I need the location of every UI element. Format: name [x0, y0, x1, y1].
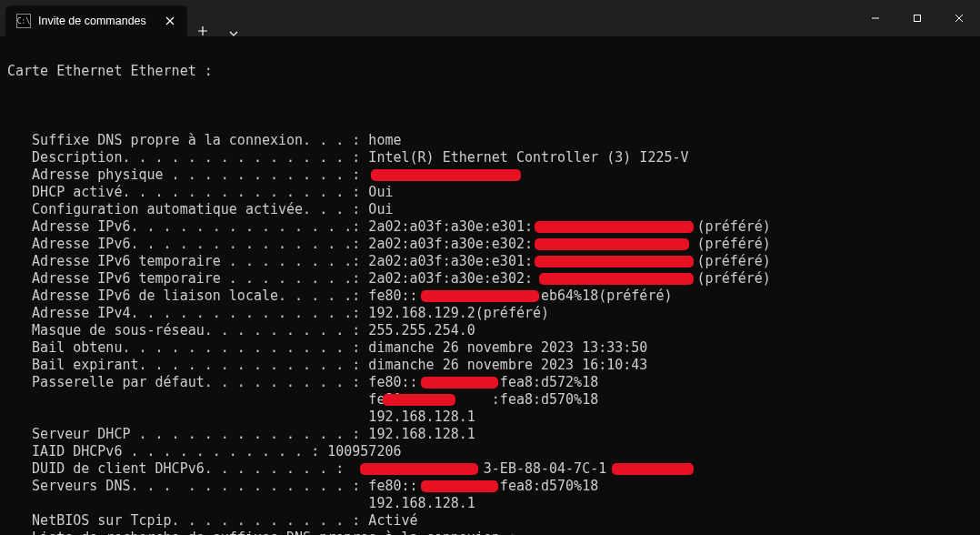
output-line: Serveur DHCP . . . . . . . . . . . . . :… — [7, 426, 973, 443]
redaction-mark — [612, 463, 694, 475]
window-controls — [855, 0, 980, 36]
redaction-mark — [539, 273, 694, 285]
titlebar-drag-region[interactable] — [249, 0, 855, 36]
output-line: Passerelle par défaut. . . . . . . . . :… — [7, 374, 973, 391]
output-blank — [7, 97, 973, 115]
close-window-button[interactable] — [938, 0, 980, 36]
output-line: DHCP activé. . . . . . . . . . . . . . :… — [7, 184, 973, 201]
output-line: Liste de recherche de suffixes DNS propr… — [7, 530, 973, 535]
redaction-mark — [421, 377, 498, 389]
close-tab-button[interactable] — [162, 13, 178, 29]
svg-rect-0 — [915, 15, 921, 22]
tab-active[interactable]: C:\ Invite de commandes — [5, 5, 187, 36]
output-line: Configuration automatique activée. . . :… — [7, 201, 973, 218]
output-line: Serveurs DNS. . . . . . . . . . . . . : … — [7, 478, 973, 495]
output-line: Adresse IPv6 de liaison locale. . . . .:… — [7, 288, 973, 305]
redaction-mark — [371, 169, 521, 181]
output-line: Bail expirant. . . . . . . . . . . . . :… — [7, 357, 973, 374]
tab-dropdown-button[interactable] — [218, 31, 249, 36]
titlebar: C:\ Invite de commandes — [0, 0, 980, 36]
output-line: DUID de client DHCPv6. . . . . . . . : 3… — [7, 460, 973, 478]
redaction-mark — [383, 394, 455, 406]
output-line: NetBIOS sur Tcpip. . . . . . . . . . . :… — [7, 512, 973, 530]
output-line: Adresse IPv6. . . . . . . . . . . . . .:… — [7, 236, 973, 253]
output-line: 192.168.128.1 — [7, 495, 973, 512]
output-line: Bail obtenu. . . . . . . . . . . . . . :… — [7, 339, 973, 357]
output-line: Adresse physique . . . . . . . . . . . : — [7, 167, 973, 184]
cmd-icon: C:\ — [16, 14, 31, 28]
output-line: 192.168.128.1 — [7, 409, 973, 426]
output-line: Description. . . . . . . . . . . . . . :… — [7, 149, 973, 167]
redaction-mark — [535, 238, 689, 250]
output-line: Adresse IPv6. . . . . . . . . . . . . .:… — [7, 218, 973, 236]
terminal-output[interactable]: Carte Ethernet Ethernet : Suffixe DNS pr… — [0, 36, 980, 535]
redaction-mark — [535, 221, 694, 233]
tab-strip: C:\ Invite de commandes — [0, 0, 249, 36]
output-line: Adresse IPv4. . . . . . . . . . . . . .:… — [7, 305, 973, 322]
output-line: fe80:: :fea8:d570%18 — [7, 391, 973, 409]
new-tab-button[interactable] — [187, 25, 218, 36]
redaction-mark — [535, 256, 694, 268]
output-line: Adresse IPv6 temporaire . . . . . . . .:… — [7, 270, 973, 288]
maximize-button[interactable] — [896, 0, 938, 36]
redaction-mark — [360, 463, 478, 475]
minimize-button[interactable] — [855, 0, 896, 36]
tab-title: Invite de commandes — [38, 15, 155, 27]
output-header: Carte Ethernet Ethernet : — [7, 63, 973, 80]
redaction-mark — [421, 480, 498, 492]
output-line: Suffixe DNS propre à la connexion. . . :… — [7, 132, 973, 149]
redaction-mark — [421, 290, 539, 302]
output-line: IAID DHCPv6 . . . . . . . . . . . : 1009… — [7, 443, 973, 460]
output-line: Adresse IPv6 temporaire . . . . . . . .:… — [7, 253, 973, 270]
output-line: Masque de sous-réseau. . . . . . . . . :… — [7, 322, 973, 339]
